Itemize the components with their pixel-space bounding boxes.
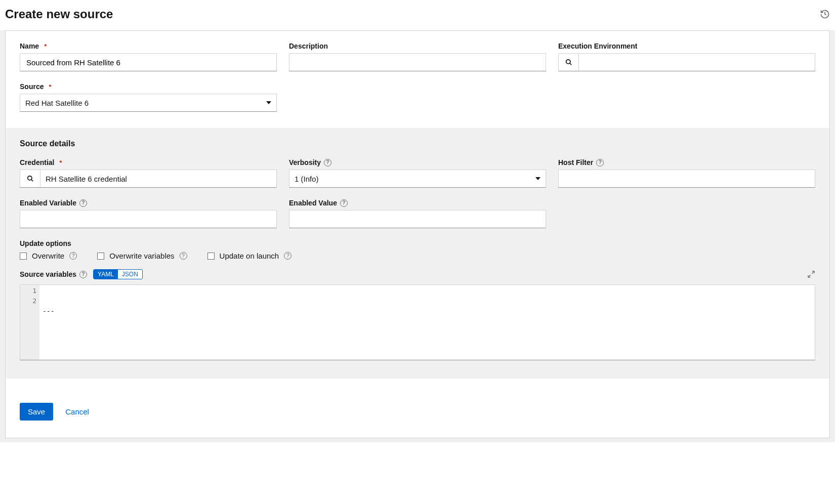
svg-line-1: [569, 63, 571, 65]
svg-point-0: [566, 60, 570, 64]
verbosity-value: 1 (Info): [295, 175, 319, 183]
help-icon[interactable]: ?: [324, 159, 331, 166]
svg-line-4: [812, 271, 814, 274]
editor-gutter: 1 2: [20, 285, 39, 360]
format-toggle: YAML JSON: [93, 269, 143, 279]
help-icon[interactable]: ?: [284, 252, 291, 260]
source-label: Source: [20, 82, 44, 91]
svg-line-3: [31, 180, 33, 182]
enabled-variable-input[interactable]: [20, 210, 277, 228]
cancel-button[interactable]: Cancel: [65, 407, 89, 416]
update-on-launch-label: Update on launch: [220, 251, 279, 260]
caret-down-icon: [535, 177, 540, 180]
overwrite-vars-checkbox[interactable]: Overwrite variables ?: [97, 251, 187, 260]
svg-line-5: [808, 275, 811, 277]
credential-lookup[interactable]: RH Satellite 6 credential: [20, 170, 277, 188]
update-options-label: Update options: [20, 239, 815, 247]
enabled-variable-label: Enabled Variable: [20, 199, 76, 207]
form-card: Name * Description: [5, 30, 830, 438]
svg-point-2: [27, 176, 31, 180]
help-icon[interactable]: ?: [596, 159, 604, 166]
update-on-launch-checkbox[interactable]: Update on launch ?: [207, 251, 292, 260]
host-filter-label: Host Filter: [558, 158, 593, 166]
page-title: Create new source: [5, 7, 113, 21]
overwrite-label: Overwrite: [32, 251, 64, 260]
description-label: Description: [289, 42, 328, 50]
search-icon[interactable]: [20, 170, 40, 187]
history-icon[interactable]: [820, 9, 830, 19]
yaml-toggle[interactable]: YAML: [94, 270, 118, 279]
caret-down-icon: [266, 101, 271, 104]
help-icon[interactable]: ?: [79, 271, 87, 278]
credential-value: RH Satellite 6 credential: [40, 175, 276, 183]
editor-code[interactable]: ---: [39, 285, 815, 360]
required-star: *: [59, 159, 62, 166]
source-select-value: Red Hat Satellite 6: [25, 99, 89, 107]
search-icon[interactable]: [559, 54, 579, 71]
source-details-title: Source details: [20, 139, 815, 148]
checkbox-icon[interactable]: [20, 253, 27, 260]
source-variables-editor[interactable]: 1 2 ---: [20, 284, 815, 360]
name-label: Name: [20, 42, 39, 50]
overwrite-checkbox[interactable]: Overwrite ?: [20, 251, 77, 260]
name-input[interactable]: [20, 53, 277, 71]
exec-env-lookup[interactable]: [558, 53, 815, 71]
verbosity-select[interactable]: 1 (Info): [289, 170, 546, 188]
help-icon[interactable]: ?: [79, 199, 87, 207]
exec-env-label: Execution Environment: [558, 42, 637, 50]
help-icon[interactable]: ?: [340, 199, 348, 207]
help-icon[interactable]: ?: [69, 252, 77, 260]
enabled-value-label: Enabled Value: [289, 199, 337, 207]
required-star: *: [49, 83, 51, 91]
save-button[interactable]: Save: [20, 403, 53, 421]
json-toggle[interactable]: JSON: [118, 270, 142, 279]
source-variables-label: Source variables: [20, 270, 76, 278]
help-icon[interactable]: ?: [180, 252, 187, 260]
checkbox-icon[interactable]: [97, 253, 104, 260]
enabled-value-input[interactable]: [289, 210, 546, 228]
checkbox-icon[interactable]: [207, 253, 215, 260]
host-filter-input[interactable]: [558, 170, 815, 188]
required-star: *: [44, 43, 47, 50]
overwrite-vars-label: Overwrite variables: [109, 251, 174, 260]
source-select[interactable]: Red Hat Satellite 6: [20, 94, 277, 112]
credential-label: Credential: [20, 158, 54, 166]
expand-icon[interactable]: [807, 270, 815, 278]
description-input[interactable]: [289, 53, 546, 71]
verbosity-label: Verbosity: [289, 158, 321, 166]
